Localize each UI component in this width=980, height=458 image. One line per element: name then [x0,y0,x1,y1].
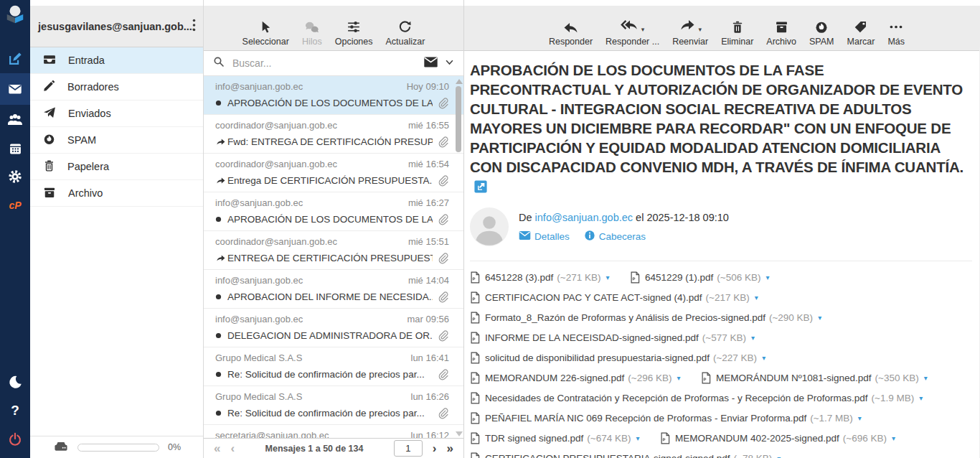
paperclip-icon [437,97,449,109]
list-item[interactable]: info@sanjuan.gob.ec mié 14:04 APROBACION… [204,270,463,309]
chevron-down-icon[interactable] [444,57,455,70]
headers-link[interactable]: Cabeceras [584,230,646,243]
attachment-item[interactable]: MEMORANDUM 226-signed.pdf (~296 KB) ▾ [470,368,681,388]
select-button[interactable]: Seleccionar [236,19,296,47]
list-item[interactable]: Grupo Medical S.A.S lun 16:26 Re: Solici… [204,386,463,425]
attachment-download-caret[interactable]: ▾ [777,454,781,458]
more-button[interactable]: Más [881,19,911,47]
attachment-download-caret[interactable]: ▾ [858,414,862,422]
attachment-item[interactable]: solicitud de disponibilidad presupuestar… [470,347,972,368]
threads-button-label: Hilos [302,37,322,47]
message-sender: info@sanjuan.gob.ec [215,275,303,286]
list-item[interactable]: secretaria@sanjuan.gob.ec lun 16:12 [204,425,463,438]
list-item[interactable]: coordinador@sanjuan.gob.ec mié 16:54 Ent… [204,154,463,192]
compose-icon[interactable] [0,45,30,73]
attachment-download-caret[interactable]: ▾ [677,374,681,382]
tag-button-label: Marcar [847,37,875,47]
attachment-download-caret[interactable]: ▾ [818,314,821,322]
message-date: mié 16:27 [408,197,449,208]
attachment-download-caret[interactable]: ▾ [606,274,610,281]
threads-button[interactable]: Hilos [296,19,329,47]
attachment-name: INFORME DE LA NECEISDAD-signed-signed.pd… [485,332,699,343]
paperclip-icon [437,252,449,264]
help-icon[interactable]: ? [0,396,30,425]
search-row [204,51,463,76]
from-email-link[interactable]: info@sanjuan.gob.ec [535,212,633,223]
from-prefix: De [519,212,532,223]
list-item[interactable]: coordinador@sanjuan.gob.ec mié 16:55 Fwd… [204,115,463,154]
settings-gear-icon[interactable] [0,162,30,191]
attachment-download-caret[interactable]: ▾ [636,434,640,442]
dark-mode-moon-icon[interactable] [0,368,30,396]
mail-filter-icon[interactable] [423,56,438,71]
attachment-download-caret[interactable]: ▾ [755,294,758,302]
calendar-icon[interactable] [0,134,30,162]
account-menu-kebab-icon[interactable] [189,16,199,37]
list-item[interactable]: info@sanjuan.gob.ec mar 09:56 DELEGACION… [204,309,463,347]
more-dots-icon [888,19,904,34]
message-subject-row: ENTREGA DE CERTIFICACIÓN PRESUPUEST... [215,252,449,264]
pdf-file-icon [701,372,711,384]
list-item[interactable]: info@sanjuan.gob.ec mié 16:27 APROBACIÓN… [204,192,463,231]
list-scrollbar[interactable] [454,78,463,438]
sidebar-item-borradores[interactable]: Borradores [30,74,203,101]
first-page-button[interactable]: « [214,442,220,454]
forward-button[interactable]: ▾ Reenviar [666,17,715,47]
archive-button-label: Archivo [766,37,796,47]
tag-button[interactable]: Marcar [841,19,882,47]
attachment-item[interactable]: CERTIFICACION PAC Y CATE ACT-signed (4).… [470,287,972,307]
details-link[interactable]: Detalles [519,230,570,243]
scroll-down-arrow[interactable] [456,431,463,436]
attachment-download-caret[interactable]: ▾ [892,434,895,442]
attachment-item[interactable]: Formato_8_Razón de Proformas y Análisis … [470,307,972,327]
reply-all-dropdown-caret[interactable]: ▾ [641,26,645,33]
sidebar-item-label: Papelera [67,161,109,172]
delete-button[interactable]: Eliminar [715,19,760,47]
attachment-item[interactable]: Necesidades de Contratación y Recepción … [470,388,972,408]
refresh-button[interactable]: Actualizar [380,19,432,47]
list-item[interactable]: coordinador@sanjuan.gob.ec mié 15:51 ENT… [204,231,463,270]
spam-button[interactable]: SPAM [803,19,841,47]
scroll-thumb[interactable] [456,86,461,152]
logout-power-icon[interactable] [0,425,30,454]
archive-button[interactable]: Archivo [760,19,803,47]
attachment-download-caret[interactable]: ▾ [919,394,923,402]
sidebar-item-entrada[interactable]: Entrada [30,47,203,74]
attachment-item[interactable]: CERTIFICACION PRESUPUESTARIA-signed-sign… [470,448,972,458]
list-item[interactable]: Grupo Medical S.A.S lun 16:41 Re: Solici… [204,347,463,386]
quota-percent: 0% [168,442,181,452]
reply-all-button[interactable]: ▾ Responder ... [599,17,666,47]
page-number-input[interactable] [394,440,423,457]
attachment-item[interactable]: MEMORANDUM 402-2025-signed.pdf (~696 KB)… [660,428,895,448]
sidebar-item-enviados[interactable]: Enviados [30,101,203,127]
attachment-item[interactable]: 6451228 (3).pdf (~271 KB) ▾ [470,267,610,287]
search-input[interactable] [231,57,418,70]
attachment-download-caret[interactable]: ▾ [751,334,755,342]
mail-icon[interactable] [0,73,30,105]
forward-dropdown-caret[interactable]: ▾ [698,26,702,33]
sidebar-item-archivo[interactable]: Archivo [30,180,203,207]
attachment-item[interactable]: INFORME DE LA NECEISDAD-signed-signed.pd… [470,327,972,347]
attachment-item[interactable]: TDR signed signed.pdf (~674 KB) ▾ [470,428,640,448]
scroll-up-arrow[interactable] [456,79,463,84]
attachment-download-caret[interactable]: ▾ [765,274,769,281]
quota-bar: 0% [30,436,203,458]
cpanel-icon[interactable]: cP [0,191,30,220]
attachment-item[interactable]: MEMORÁNDUM Nº1081-signed.pdf (~350 KB) ▾ [701,368,928,388]
open-external-icon[interactable] [474,178,487,197]
contacts-icon[interactable] [0,105,30,134]
next-page-button[interactable]: › [433,442,437,454]
last-page-button[interactable]: » [447,442,453,454]
sidebar-item-spam[interactable]: SPAM [30,127,203,154]
options-button[interactable]: Opciones [329,19,380,47]
forward-button-label: Reenviar [672,37,708,47]
attachment-item[interactable]: 6451229 (1).pdf (~506 KB) ▾ [630,267,770,287]
prev-page-button[interactable]: ‹ [230,442,235,454]
sidebar-item-papelera[interactable]: Papelera [30,154,203,180]
sidebar-item-label: SPAM [67,134,96,146]
attachment-download-caret[interactable]: ▾ [762,354,765,362]
reply-button[interactable]: Responder [542,20,599,47]
list-item[interactable]: info@sanjuan.gob.ec Hoy 09:10 APROBACIÓN… [204,76,463,115]
attachment-download-caret[interactable]: ▾ [924,374,928,382]
attachment-item[interactable]: PEÑAFIEL MARÍA NIC 069 Recepción de Prof… [470,408,972,428]
